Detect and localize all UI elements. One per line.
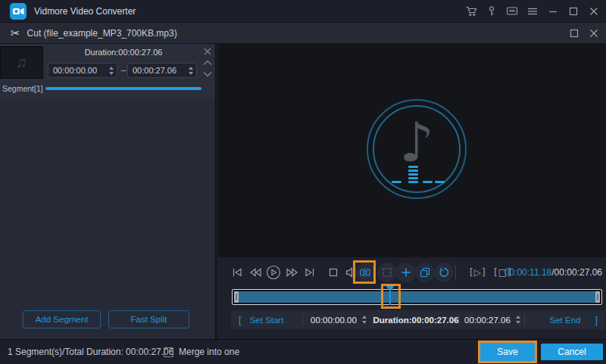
fast-split-button[interactable]: Fast Split — [108, 310, 189, 328]
segments-summary: 1 Segment(s)/Total Duration: 00:00:27.06 — [8, 340, 173, 364]
toolbar-divider — [455, 265, 456, 280]
step-down-icon[interactable] — [109, 72, 114, 75]
close-button[interactable] — [588, 5, 600, 17]
segment-item[interactable]: ♫ Duration:00:00:27.06 – — [0, 44, 215, 98]
fast-forward-button[interactable] — [286, 266, 299, 279]
play-segment-button[interactable]: [▷] — [470, 267, 486, 278]
footer-bar: 1 Segment(s)/Total Duration: 00:00:27.06… — [0, 339, 606, 364]
move-segment-down-icon[interactable] — [202, 70, 213, 79]
minimize-button[interactable] — [547, 5, 559, 17]
equalizer-stack — [408, 166, 418, 183]
duration-cell: Duration:00:00:27.06 — [373, 310, 458, 329]
feedback-icon[interactable] — [506, 5, 518, 17]
step-down-icon[interactable] — [516, 321, 520, 324]
end-time-input[interactable] — [464, 316, 520, 325]
open-bracket: [ — [239, 310, 242, 329]
move-segment-up-icon[interactable] — [202, 58, 213, 67]
step-up-icon[interactable] — [189, 67, 193, 70]
skip-to-end-button[interactable] — [303, 266, 317, 279]
register-key-icon[interactable] — [486, 5, 498, 17]
trim-bar: [ Set Start Duration:00:00:27.06 — [231, 310, 605, 329]
app-logo-icon — [10, 3, 27, 20]
end-time-stepper[interactable] — [516, 316, 520, 324]
equalizer-bar — [423, 181, 433, 183]
set-end-button[interactable]: Set End — [550, 316, 581, 325]
store-cart-icon[interactable] — [465, 5, 477, 17]
annotation-save-highlight: Save — [478, 341, 537, 363]
cut-dialog-title: Cut (file_example_MP3_700KB.mp3) — [27, 28, 177, 39]
end-time-cell — [459, 310, 524, 329]
merge-into-one-label: Merge into one — [179, 340, 239, 364]
play-button[interactable] — [266, 265, 281, 280]
segment-index-label: Segment[1] — [2, 84, 43, 93]
segment-start-input[interactable] — [48, 63, 117, 78]
start-time-value[interactable] — [310, 316, 358, 325]
annotation-playhead-highlight — [381, 284, 401, 309]
segment-end-stepper[interactable] — [189, 67, 193, 75]
stop-button[interactable] — [326, 266, 340, 279]
start-time-cell — [303, 310, 373, 329]
maximize-button[interactable] — [567, 5, 579, 17]
segment-duration-label: Duration:00:00:27.06 — [45, 48, 201, 57]
menu-icon[interactable] — [526, 5, 539, 17]
segment-range-bar[interactable] — [45, 87, 201, 90]
current-time: 00:00:11.18 — [504, 267, 552, 278]
close-bracket: ] — [595, 310, 598, 329]
segment-end-input[interactable] — [127, 63, 197, 78]
cut-controls: [▷] [□] 00:00:11.18/00:00:27.06 [ Set St… — [218, 257, 606, 339]
skip-to-start-button[interactable] — [230, 266, 244, 279]
start-time-stepper[interactable] — [362, 316, 367, 324]
segment-start-stepper[interactable] — [109, 67, 114, 75]
time-readout: 00:00:11.18/00:00:27.06 — [504, 267, 602, 278]
step-up-icon[interactable] — [362, 316, 367, 319]
delete-segment-icon[interactable] — [202, 47, 213, 56]
cancel-button[interactable]: Cancel — [541, 344, 603, 360]
trim-start-handle[interactable] — [234, 291, 239, 303]
vidmore-window: Vidmore Video Converter — [0, 0, 606, 364]
save-button[interactable]: Save — [480, 343, 535, 361]
set-end-cell: Set End ] — [525, 310, 605, 329]
timeline-track[interactable] — [232, 289, 602, 305]
step-up-icon[interactable] — [516, 316, 520, 319]
rewind-button[interactable] — [248, 266, 262, 279]
trim-duration-label: Duration:00:00:27.06 — [373, 316, 458, 325]
merge-into-one-checkbox[interactable] — [164, 347, 173, 357]
apply-to-all-button[interactable] — [377, 263, 397, 282]
app-title: Vidmore Video Converter — [34, 6, 136, 17]
trim-end-handle[interactable] — [595, 291, 600, 303]
set-start-cell: [ Set Start — [231, 310, 302, 329]
dialog-close-button[interactable] — [589, 28, 599, 39]
dialog-maximize-button[interactable] — [569, 28, 579, 39]
segment-panel: ♫ Duration:00:00:27.06 – — [0, 44, 217, 339]
titlebar: Vidmore Video Converter — [0, 0, 606, 23]
step-up-icon[interactable] — [109, 67, 114, 70]
segment-start-value[interactable] — [53, 66, 109, 75]
start-time-input[interactable] — [310, 316, 367, 325]
step-down-icon[interactable] — [189, 72, 193, 75]
preview-area: ♪ — [218, 44, 606, 257]
annotation-split-highlight — [353, 260, 376, 284]
segment-end-value[interactable] — [133, 66, 189, 75]
timeline-selected-range[interactable] — [239, 291, 595, 303]
add-segment-icon-button[interactable] — [396, 263, 416, 282]
add-segment-button[interactable]: Add Segment — [23, 310, 101, 328]
set-start-button[interactable]: Set Start — [250, 316, 284, 325]
reset-button[interactable] — [434, 263, 454, 282]
total-duration: /00:00:27.06 — [551, 267, 602, 278]
equalizer-bar — [435, 181, 445, 183]
end-time-value[interactable] — [464, 316, 512, 325]
copy-segment-button[interactable] — [415, 263, 435, 282]
scissors-icon: ✂ — [11, 27, 20, 39]
range-dash: – — [120, 63, 127, 78]
segment-thumbnail[interactable]: ♫ — [0, 46, 43, 79]
music-note-icon: ♪ — [367, 116, 467, 169]
step-down-icon[interactable] — [362, 321, 367, 324]
equalizer-bar — [392, 181, 401, 183]
thumbnail-note-icon: ♫ — [16, 54, 27, 71]
cut-dialog-header: ✂ Cut (file_example_MP3_700KB.mp3) — [0, 23, 606, 44]
